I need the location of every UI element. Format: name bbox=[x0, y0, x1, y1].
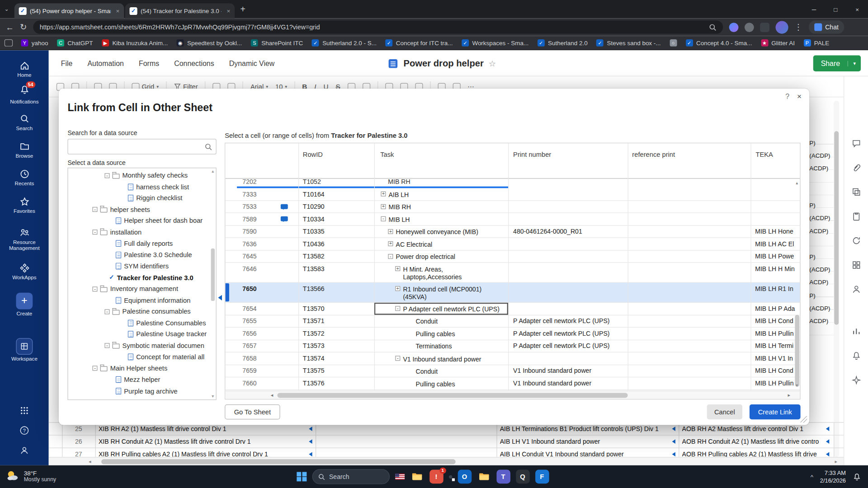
collapse-icon[interactable]: - bbox=[395, 306, 400, 311]
attachments-icon[interactable] bbox=[851, 163, 861, 173]
rowid-cell[interactable]: T13573 bbox=[303, 343, 325, 350]
rowid-cell[interactable]: T13572 bbox=[303, 330, 325, 337]
file-explorer-icon[interactable] bbox=[410, 470, 424, 484]
data-source-search-field[interactable] bbox=[67, 139, 216, 154]
tree-scrollbar-thumb[interactable] bbox=[211, 249, 215, 301]
cell[interactable]: AOB RH Pulling cables A2 (1) Mastless li… bbox=[682, 448, 825, 457]
bookmark-item[interactable]: ✓Concept for ITC tra... bbox=[382, 38, 457, 47]
share-button[interactable]: Share ▾ bbox=[813, 55, 861, 71]
rowid-cell[interactable]: T10334 bbox=[303, 216, 325, 223]
rowid-cell[interactable]: T13582 bbox=[303, 253, 325, 260]
window-minimize-button[interactable]: ─ bbox=[803, 0, 825, 18]
cell[interactable]: AOB RH Conduit A2 (1) Mastless lift driv… bbox=[682, 436, 825, 448]
browser-tab-power-drop-helper[interactable]: ✓ (54) Power drop helper - Smartshe × bbox=[14, 3, 124, 18]
rowid-cell[interactable]: T13571 bbox=[303, 318, 325, 325]
extension-icon-1[interactable] bbox=[729, 23, 738, 32]
print-number-cell[interactable]: V1 Inbound standard power bbox=[513, 367, 624, 375]
tree-item-folder[interactable]: -Symbotic material documen bbox=[68, 340, 216, 351]
browser-tab-tracker[interactable]: ✓ (54) Tracker for Palestine 3.0 - Sma × bbox=[125, 3, 235, 18]
bookmark-item[interactable]: ✓Concept 4.0 - Sma... bbox=[682, 38, 756, 47]
cell[interactable]: AIB LH Conduit V1 Inbound standard power bbox=[500, 448, 670, 457]
profile-avatar[interactable] bbox=[775, 21, 788, 33]
bookmark-globe[interactable]: ○ bbox=[666, 38, 681, 47]
rowid-cell[interactable]: T13574 bbox=[303, 355, 325, 362]
bookmark-item[interactable]: ✓Sutherland 2.0 - S... bbox=[308, 38, 380, 47]
bookmark-item[interactable]: ✓Workspaces - Sma... bbox=[458, 38, 533, 47]
tray-expand-icon[interactable]: ^ bbox=[811, 474, 813, 480]
rowid-cell[interactable]: T13583 bbox=[303, 265, 325, 272]
teka-cell[interactable]: MIB LH Hone bbox=[755, 228, 798, 235]
task-cell[interactable]: -Power drop electrical bbox=[374, 250, 508, 262]
scrollbar-thumb[interactable] bbox=[834, 131, 839, 325]
side-panel-icon[interactable] bbox=[760, 23, 769, 32]
rowid-cell[interactable]: T10436 bbox=[303, 240, 325, 248]
comment-icon[interactable] bbox=[281, 204, 288, 209]
proofs-icon[interactable] bbox=[851, 187, 861, 197]
sidebar-item-home[interactable]: Home bbox=[0, 60, 49, 78]
data-source-search-input[interactable] bbox=[71, 141, 199, 152]
favorite-star-icon[interactable]: ☆ bbox=[489, 58, 496, 68]
print-number-cell[interactable]: 480-0461264-0000_R01 bbox=[513, 228, 624, 235]
tab-close-icon[interactable]: × bbox=[225, 8, 231, 14]
teka-cell[interactable]: MIB LH Powe bbox=[755, 253, 798, 260]
window-close-button[interactable]: × bbox=[846, 0, 868, 18]
sheet-vertical-scrollbar[interactable] bbox=[834, 101, 839, 457]
outlook-icon[interactable]: O bbox=[458, 470, 472, 484]
teka-cell[interactable]: MIB LH V1 In bbox=[755, 355, 798, 362]
app-with-notification-icon[interactable]: !1 bbox=[429, 470, 443, 484]
teka-cell[interactable]: MIB LH Termi bbox=[755, 343, 798, 350]
app-blue-icon[interactable]: F bbox=[535, 470, 549, 484]
cell[interactable]: AIB LH V1 Inbound standard power bbox=[500, 436, 670, 448]
app-dark-icon[interactable]: Q bbox=[516, 470, 530, 484]
teka-cell[interactable]: MIB LH H Min bbox=[755, 265, 798, 272]
sidebar-item-browse[interactable]: Browse bbox=[0, 141, 49, 159]
collapse-toggle-icon[interactable]: - bbox=[104, 343, 109, 348]
task-cell[interactable]: Conduit bbox=[374, 365, 508, 377]
column-header-teka[interactable]: TEKA bbox=[755, 150, 773, 158]
task-cell[interactable]: Pulling cables bbox=[374, 328, 508, 339]
collapse-toggle-icon[interactable]: - bbox=[104, 173, 109, 178]
tree-item-sheet[interactable]: Equipment information bbox=[68, 295, 216, 306]
notifications-tray-icon[interactable] bbox=[853, 472, 862, 481]
go-to-sheet-button[interactable]: Go To Sheet bbox=[225, 404, 280, 419]
bookmark-item[interactable]: ✓Sutherland 2.0 bbox=[533, 38, 591, 47]
zoom-icon[interactable] bbox=[709, 23, 716, 31]
task-cell[interactable]: +AC Electrical bbox=[374, 238, 508, 250]
language-flag-icon[interactable] bbox=[395, 474, 405, 479]
sidebar-item-recents[interactable]: Recents bbox=[0, 169, 49, 187]
share-caret-icon[interactable]: ▾ bbox=[848, 61, 861, 66]
bookmark-item[interactable]: CChatGPT bbox=[53, 38, 97, 47]
collapse-toggle-icon[interactable]: - bbox=[92, 207, 97, 212]
teka-cell[interactable]: MIB LH R1 In bbox=[755, 285, 798, 292]
tree-item-folder[interactable]: -Main Helper sheets bbox=[68, 363, 216, 374]
sheet-row-26[interactable]: 26 XIB RH Conduit A2 (1) Mastless lift d… bbox=[49, 436, 844, 448]
back-icon[interactable]: ← bbox=[5, 23, 14, 32]
tree-item-sheet[interactable]: Palestine Usage tracker bbox=[68, 328, 216, 340]
teka-cell[interactable]: MIB LH Cond bbox=[755, 318, 798, 325]
tree-item-folder[interactable]: -Inventory management bbox=[68, 283, 216, 295]
rowid-cell[interactable]: T13566 bbox=[303, 285, 325, 292]
summary-icon[interactable] bbox=[851, 326, 861, 336]
rowid-cell[interactable]: T13576 bbox=[303, 380, 325, 387]
ai-sparkle-icon[interactable] bbox=[851, 375, 861, 385]
sidebar-item-resource-management[interactable]: Resource Management bbox=[0, 227, 49, 252]
account-icon[interactable] bbox=[0, 446, 49, 455]
tree-item-sheet[interactable]: Purple tag archive bbox=[68, 385, 216, 397]
task-cell[interactable]: +MIB RH bbox=[374, 201, 508, 212]
chat-button[interactable]: Chat bbox=[808, 20, 844, 33]
conversations-icon[interactable] bbox=[851, 138, 861, 148]
dialog-help-icon[interactable]: ? bbox=[785, 92, 789, 100]
grid-scroll-up-icon[interactable]: ▲ bbox=[795, 181, 798, 185]
bookmark-item[interactable]: PPALE bbox=[800, 38, 833, 47]
column-header-reference-print[interactable]: reference print bbox=[632, 150, 675, 158]
collapse-toggle-icon[interactable]: - bbox=[92, 286, 97, 291]
tree-item-folder[interactable]: -Monthly safety checks bbox=[68, 170, 216, 181]
rowid-cell[interactable]: T10290 bbox=[303, 203, 325, 210]
tree-item-sheet[interactable]: Full daily reports bbox=[68, 238, 216, 249]
tab-close-icon[interactable]: × bbox=[114, 8, 120, 14]
tab-search-icon[interactable]: ⌄ bbox=[0, 6, 13, 12]
new-tab-button[interactable]: + bbox=[240, 4, 245, 14]
task-cell[interactable]: Conduit bbox=[374, 315, 508, 327]
sidebar-item-notifications[interactable]: 54 Notifications bbox=[0, 84, 49, 105]
sheet-row-27[interactable]: 27 XIB RH Pulling cables A2 (1) Mastless… bbox=[49, 448, 844, 457]
